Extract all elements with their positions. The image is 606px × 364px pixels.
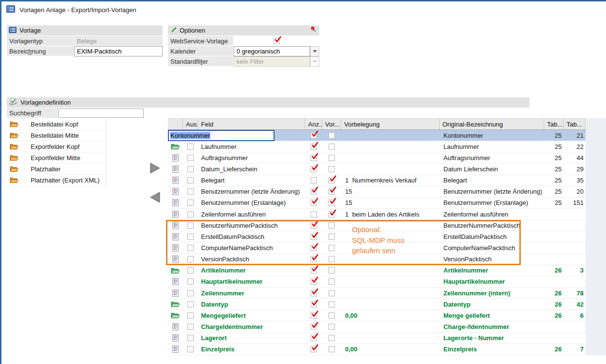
aus-checkbox[interactable] [187, 144, 194, 150]
anz-checkbox[interactable] [311, 166, 317, 172]
vor-checkbox[interactable] [329, 177, 335, 183]
anz-checkbox[interactable] [311, 188, 317, 195]
folder-item[interactable]: Bestelldatei Kopf [7, 119, 106, 130]
vor-checkbox[interactable] [329, 267, 335, 273]
pin-icon[interactable] [311, 26, 316, 35]
table-row[interactable]: Benutzernummer (Erstanlage)15Benutzernum… [168, 198, 586, 209]
table-row[interactable]: ArtikelnummerArtikelnummer263 [168, 265, 586, 276]
aus-checkbox[interactable] [187, 312, 194, 319]
vor-checkbox[interactable] [329, 290, 335, 296]
folder-item[interactable]: Exportfelder Mitte [7, 152, 106, 164]
aus-checkbox[interactable] [187, 278, 194, 285]
anz-checkbox[interactable] [311, 155, 317, 161]
vor-checkbox[interactable] [329, 346, 335, 352]
webservice-checkbox[interactable] [274, 38, 280, 44]
kalender-select[interactable]: 0 gregorianisch [234, 46, 310, 56]
move-left-button[interactable] [150, 192, 160, 204]
aus-checkbox[interactable] [187, 290, 194, 296]
anz-checkbox[interactable] [311, 132, 317, 139]
aus-checkbox[interactable] [187, 267, 194, 273]
aus-checkbox[interactable] [187, 166, 194, 172]
aus-checkbox[interactable] [187, 211, 194, 218]
table-row[interactable]: Einzelpreis0,00Einzelpreis267 [168, 344, 586, 355]
anz-checkbox[interactable] [311, 222, 317, 229]
vor-checkbox[interactable] [329, 301, 335, 308]
anz-checkbox[interactable] [311, 301, 317, 308]
table-row[interactable]: ZeilennummerZeilennummer (intern)2678 [168, 288, 586, 299]
aus-checkbox[interactable] [187, 335, 194, 341]
vor-checkbox[interactable] [329, 312, 335, 319]
column-header-icon[interactable] [168, 119, 183, 129]
aus-checkbox[interactable] [187, 200, 194, 206]
aus-checkbox[interactable] [187, 222, 194, 229]
vor-checkbox[interactable] [329, 256, 335, 262]
vor-checkbox[interactable] [329, 234, 335, 240]
kalender-dropdown-button[interactable] [310, 46, 319, 56]
vor-checkbox[interactable] [329, 211, 335, 218]
aus-checkbox[interactable] [187, 256, 194, 262]
folder-item[interactable]: Exportfelder Kopf [7, 141, 106, 152]
column-header-feld[interactable]: Feld [198, 119, 305, 129]
vor-checkbox[interactable] [329, 155, 335, 161]
anz-checkbox[interactable] [311, 346, 317, 352]
aus-checkbox[interactable] [187, 155, 194, 161]
table-row[interactable]: ChargeIdentnummerCharge-/Identnummer [168, 321, 586, 332]
folder-item[interactable]: Bestelldatei Mitte [7, 130, 106, 141]
anz-checkbox[interactable] [311, 234, 317, 240]
feld-edit-input[interactable]: Kontonummer [168, 130, 275, 141]
vor-checkbox[interactable] [329, 245, 335, 251]
anz-checkbox[interactable] [311, 324, 317, 330]
anz-checkbox[interactable] [311, 312, 317, 319]
move-right-button[interactable] [150, 163, 160, 175]
anz-checkbox[interactable] [311, 290, 317, 296]
table-row[interactable]: Benutzernummer (letzte Änderung)15Benutz… [168, 186, 586, 198]
vor-checkbox[interactable] [329, 166, 335, 172]
column-header-tab1[interactable]: Tab... [544, 119, 564, 129]
folder-item[interactable]: Platzhalter [7, 164, 106, 175]
anz-checkbox[interactable] [311, 245, 317, 251]
column-header-vorbelegung[interactable]: Vorbelegung [341, 119, 440, 129]
column-header-vor[interactable]: Vor... [322, 119, 341, 129]
table-row[interactable]: Belegart1 Nummernkreis VerkaufBelegart25… [168, 175, 586, 186]
column-header-tab2[interactable]: Tab... [564, 119, 586, 129]
vor-checkbox[interactable] [329, 200, 335, 206]
table-row[interactable]: Mengegeliefert0,00Menge geliefert266 [168, 310, 586, 321]
anz-checkbox[interactable] [311, 267, 317, 273]
vor-checkbox[interactable] [329, 278, 335, 285]
table-row[interactable]: DatentypDatentyp2642 [168, 299, 586, 310]
vor-checkbox[interactable] [329, 132, 335, 139]
aus-checkbox[interactable] [187, 188, 194, 195]
search-input[interactable] [58, 109, 144, 118]
table-row[interactable]: Datum_LieferscheinDatum Lieferschein2529 [168, 164, 586, 175]
table-row[interactable]: KontonummerKontonummer2521 [168, 130, 586, 141]
vor-checkbox[interactable] [329, 144, 335, 150]
table-row[interactable]: LagerortLagerorte - Nummer [168, 333, 586, 344]
bezeichnung-input[interactable]: EXIM-Packtisch [74, 46, 163, 56]
aus-checkbox[interactable] [187, 301, 194, 308]
aus-checkbox[interactable] [187, 245, 194, 251]
table-row[interactable]: AuftragsnummerAuftragsnummer2544 [168, 152, 586, 164]
anz-checkbox[interactable] [311, 211, 317, 218]
vor-checkbox[interactable] [329, 335, 335, 341]
vor-checkbox[interactable] [329, 188, 335, 195]
bezeichnung-label: Bezeichnung [7, 46, 74, 56]
aus-checkbox[interactable] [187, 234, 194, 240]
column-header-anz[interactable]: Anz... [305, 119, 322, 129]
column-header-aus[interactable]: Aus... [183, 119, 198, 129]
table-row[interactable]: LaufnummerLaufnummer2522 [168, 141, 586, 152]
anz-checkbox[interactable] [311, 278, 317, 285]
anz-checkbox[interactable] [311, 256, 317, 262]
table-row[interactable]: Zeilenformel ausführen1 beim Laden des A… [168, 209, 586, 220]
folder-item[interactable]: Platzhalter (Export XML) [7, 175, 106, 186]
anz-checkbox[interactable] [311, 177, 317, 183]
vor-checkbox[interactable] [329, 324, 335, 330]
aus-checkbox[interactable] [187, 346, 194, 352]
aus-checkbox[interactable] [187, 324, 194, 330]
aus-checkbox[interactable] [187, 177, 194, 183]
anz-checkbox[interactable] [311, 200, 317, 206]
column-header-orig[interactable]: Original-Bezeichnung [440, 119, 544, 129]
anz-checkbox[interactable] [311, 144, 317, 150]
anz-checkbox[interactable] [311, 335, 317, 341]
vor-checkbox[interactable] [329, 222, 335, 229]
table-row[interactable]: HauptartikelnummerHauptartikelnummer [168, 276, 586, 288]
